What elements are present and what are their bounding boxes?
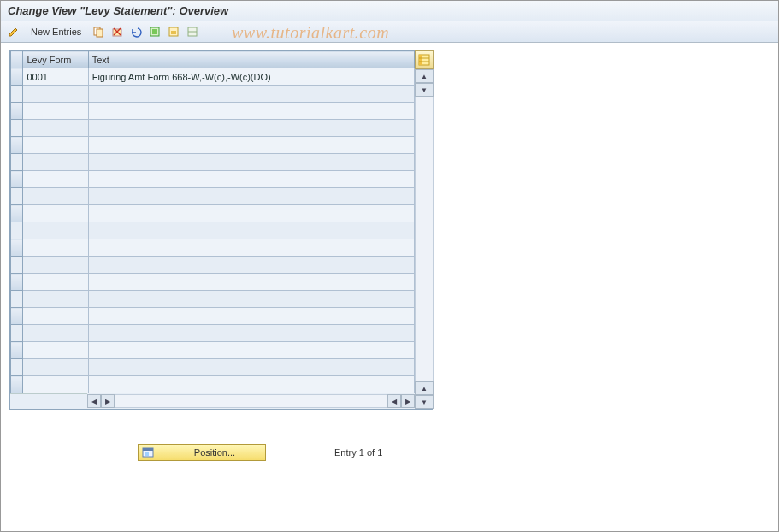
horizontal-scrollbar: ◀ ▶ ◀ ▶ [10, 393, 415, 409]
cell-empty[interactable] [88, 103, 414, 120]
h-scroll-track[interactable] [115, 394, 387, 408]
select-block-icon[interactable] [166, 24, 181, 39]
scroll-right-icon[interactable]: ◀ [387, 394, 401, 408]
row-selector[interactable] [11, 325, 23, 342]
cell-empty[interactable] [88, 325, 414, 342]
cell-empty[interactable] [23, 154, 88, 171]
row-selector[interactable] [11, 68, 23, 86]
row-selector[interactable] [11, 274, 23, 291]
table-row [11, 171, 415, 188]
change-icon[interactable] [6, 24, 21, 39]
cell-empty[interactable] [88, 154, 414, 171]
cell-empty[interactable] [88, 291, 414, 308]
new-entries-button[interactable]: New Entries [25, 24, 87, 39]
cell-empty[interactable] [88, 257, 414, 274]
cell-empty[interactable] [88, 120, 414, 137]
page-up-icon[interactable]: ▲ [415, 381, 434, 395]
row-selector[interactable] [11, 376, 23, 393]
col-header-text[interactable]: Text [88, 51, 414, 68]
table-row [11, 120, 415, 137]
row-selector[interactable] [11, 188, 23, 205]
copy-icon[interactable] [91, 24, 106, 39]
cell-empty[interactable] [23, 308, 88, 325]
scroll-last-icon[interactable]: ▶ [401, 394, 415, 408]
table-row [11, 291, 415, 308]
cell-empty[interactable] [23, 171, 88, 188]
row-selector[interactable] [11, 205, 23, 222]
cell-levy-form[interactable]: 0001 [23, 68, 88, 86]
row-selector[interactable] [11, 171, 23, 188]
row-selector[interactable] [11, 103, 23, 120]
page-title: Change View "Levy Statement": Overview [1, 1, 778, 21]
scroll-up-icon[interactable]: ▲ [415, 69, 434, 83]
cell-empty[interactable] [23, 274, 88, 291]
cell-empty[interactable] [88, 376, 414, 393]
cell-empty[interactable] [88, 188, 414, 205]
cell-empty[interactable] [23, 325, 88, 342]
undo-icon[interactable] [128, 24, 144, 39]
cell-empty[interactable] [88, 308, 414, 325]
cell-empty[interactable] [88, 342, 414, 359]
cell-text[interactable]: Figuring Amt Form 668-W,-W(c),-W(c)(DO) [88, 68, 414, 86]
cell-empty[interactable] [88, 274, 414, 291]
cell-empty[interactable] [88, 205, 414, 222]
cell-empty[interactable] [23, 188, 88, 205]
row-selector-header[interactable] [11, 51, 23, 68]
row-selector[interactable] [11, 154, 23, 171]
row-selector[interactable] [11, 342, 23, 359]
cell-empty[interactable] [23, 86, 88, 103]
row-selector[interactable] [11, 239, 23, 257]
col-header-levy-form[interactable]: Levy Form [23, 51, 88, 68]
table-settings-icon[interactable] [415, 50, 434, 69]
select-all-icon[interactable] [147, 24, 162, 39]
cell-empty[interactable] [23, 342, 88, 359]
cell-empty[interactable] [88, 171, 414, 188]
cell-empty[interactable] [88, 239, 414, 257]
footer-row: Position... Entry 1 of 1 [9, 444, 770, 461]
cell-empty[interactable] [23, 376, 88, 393]
cell-empty[interactable] [23, 239, 88, 257]
table-row [11, 308, 415, 325]
table-wrapper: Levy Form Text 0001 Figuring Amt Form 66… [9, 50, 433, 410]
content-area: Levy Form Text 0001 Figuring Amt Form 66… [1, 43, 778, 468]
scroll-down-icon[interactable]: ▼ [415, 83, 434, 97]
cell-empty[interactable] [88, 86, 414, 103]
table-row [11, 376, 415, 393]
row-selector[interactable] [11, 308, 23, 325]
position-button[interactable]: Position... [138, 444, 266, 461]
cell-empty[interactable] [88, 137, 414, 154]
vertical-scrollbar: ▲ ▼ ▲ ▼ [415, 50, 434, 409]
table-row [11, 342, 415, 359]
svg-rect-1 [97, 29, 103, 37]
row-selector[interactable] [11, 359, 23, 376]
row-selector[interactable] [11, 137, 23, 154]
cell-empty[interactable] [23, 205, 88, 222]
svg-rect-8 [171, 31, 176, 34]
cell-empty[interactable] [88, 359, 414, 376]
row-selector[interactable] [11, 291, 23, 308]
scroll-first-icon[interactable]: ◀ [87, 394, 101, 408]
row-selector[interactable] [11, 257, 23, 274]
position-icon [142, 446, 154, 458]
page-down-icon[interactable]: ▼ [415, 395, 434, 409]
data-grid: Levy Form Text 0001 Figuring Amt Form 66… [10, 50, 415, 393]
deselect-all-icon[interactable] [185, 24, 200, 39]
delete-icon[interactable] [109, 24, 125, 39]
cell-empty[interactable] [88, 222, 414, 239]
cell-empty[interactable] [23, 120, 88, 137]
cell-empty[interactable] [23, 257, 88, 274]
table-row: 0001 Figuring Amt Form 668-W,-W(c),-W(c)… [11, 68, 415, 86]
row-selector[interactable] [11, 222, 23, 239]
cell-empty[interactable] [23, 222, 88, 239]
table-row [11, 205, 415, 222]
scroll-left-icon[interactable]: ▶ [101, 394, 115, 408]
row-selector[interactable] [11, 86, 23, 103]
table-row [11, 137, 415, 154]
table-row [11, 154, 415, 171]
cell-empty[interactable] [23, 103, 88, 120]
v-scroll-track[interactable] [415, 97, 434, 381]
cell-empty[interactable] [23, 137, 88, 154]
row-selector[interactable] [11, 120, 23, 137]
cell-empty[interactable] [23, 291, 88, 308]
cell-empty[interactable] [23, 359, 88, 376]
